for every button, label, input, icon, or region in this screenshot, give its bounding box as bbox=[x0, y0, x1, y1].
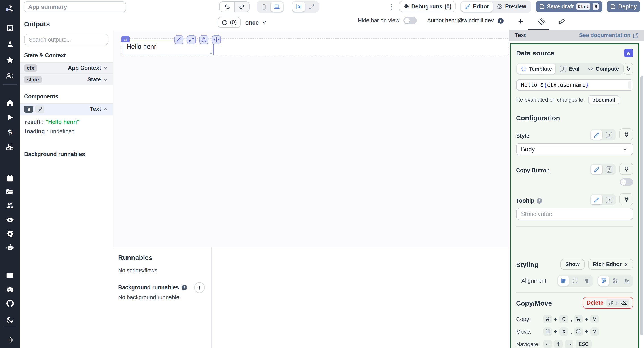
tab-insert-component[interactable] bbox=[516, 16, 526, 26]
sidebar-item-audit[interactable] bbox=[0, 214, 20, 225]
undo-button[interactable] bbox=[220, 2, 234, 12]
component-toolbar bbox=[174, 35, 221, 44]
undo-redo-group bbox=[219, 1, 250, 12]
add-background-runnable-button[interactable] bbox=[194, 282, 205, 293]
save-draft-button[interactable]: Save draft Ctrl S bbox=[536, 1, 602, 12]
sidebar-item-ai[interactable] bbox=[0, 242, 20, 253]
style-select[interactable]: Body bbox=[516, 143, 633, 155]
moon-icon bbox=[6, 316, 14, 324]
copy-button-toggle[interactable] bbox=[620, 178, 633, 186]
search-outputs-input[interactable] bbox=[24, 34, 108, 45]
sidebar-item-folders[interactable] bbox=[0, 186, 20, 197]
align-middle-button[interactable] bbox=[610, 276, 621, 286]
static-input-button[interactable] bbox=[591, 130, 602, 140]
preview-tab[interactable]: Preview bbox=[493, 2, 530, 12]
refresh-app-button[interactable]: (0) bbox=[218, 17, 241, 28]
refresh-count: (0) bbox=[230, 19, 237, 26]
static-input-button[interactable] bbox=[591, 164, 602, 174]
reeval-dependency-chip[interactable]: ctx.email bbox=[588, 95, 620, 104]
template-mode-button[interactable]: {} Template bbox=[517, 64, 556, 74]
sidebar-item-user[interactable] bbox=[0, 38, 20, 49]
editor-tab[interactable]: Editor bbox=[461, 2, 493, 12]
expand-component-button[interactable] bbox=[187, 35, 196, 44]
chevron-down-icon[interactable] bbox=[103, 65, 108, 71]
sidebar-item-resources[interactable] bbox=[0, 142, 20, 152]
delete-component-button[interactable]: Delete ⌘ + ⌫ bbox=[582, 297, 633, 309]
edit-component-button[interactable] bbox=[174, 35, 183, 44]
output-row-state[interactable]: state State bbox=[20, 74, 113, 86]
windmill-logo[interactable] bbox=[0, 4, 20, 14]
output-row-ctx[interactable]: ctx App Context bbox=[20, 62, 113, 74]
rich-editor-button[interactable]: Rich Editor bbox=[588, 259, 633, 270]
mobile-view-button[interactable] bbox=[258, 2, 270, 12]
boxes-icon bbox=[6, 143, 14, 151]
connect-data-source-button[interactable] bbox=[624, 62, 633, 75]
sidebar-item-home[interactable] bbox=[0, 98, 20, 108]
sidebar-item-docs[interactable] bbox=[0, 270, 20, 281]
component-canvas-badge: a bbox=[121, 36, 130, 42]
show-styling-button[interactable]: Show bbox=[560, 259, 584, 270]
sidebar-item-favorites[interactable] bbox=[0, 54, 20, 65]
sidebar-item-variables[interactable]: $ bbox=[0, 127, 20, 138]
desktop-view-button[interactable] bbox=[270, 2, 283, 12]
more-menu-button[interactable]: ⋮ bbox=[388, 2, 394, 10]
tab-component-settings[interactable] bbox=[536, 16, 546, 26]
eval-input-button[interactable]: ƒ bbox=[603, 164, 615, 174]
tooltip-static-value-input[interactable] bbox=[516, 208, 633, 220]
connect-copy-button[interactable] bbox=[620, 163, 633, 175]
sidebar-item-dark-mode[interactable] bbox=[0, 315, 20, 326]
editor-label: Editor bbox=[473, 3, 489, 10]
chevron-up-icon[interactable] bbox=[103, 106, 108, 112]
recompute-mode-dropdown[interactable]: once bbox=[245, 19, 268, 26]
static-input-button[interactable] bbox=[591, 195, 602, 204]
see-documentation-link[interactable]: See documentation bbox=[579, 32, 639, 38]
sidebar-item-github[interactable] bbox=[0, 298, 20, 309]
sidebar-item-runs[interactable] bbox=[0, 112, 20, 122]
sidebar-expand-button[interactable] bbox=[0, 334, 20, 345]
template-code-input[interactable]: Hello ${ctx.username} bbox=[516, 79, 633, 91]
align-bottom-button[interactable] bbox=[622, 276, 632, 286]
chevron-down-icon[interactable] bbox=[103, 77, 108, 82]
align-right-button[interactable] bbox=[582, 276, 592, 286]
align-top-button[interactable] bbox=[598, 276, 609, 286]
result-value: "Hello henri" bbox=[46, 119, 80, 125]
code-brackets-icon: <> bbox=[588, 66, 594, 72]
move-component-button[interactable] bbox=[212, 35, 221, 44]
align-center-button[interactable] bbox=[570, 276, 580, 286]
eval-input-button[interactable]: ƒ bbox=[603, 195, 615, 204]
center-canvas-button[interactable] bbox=[292, 2, 305, 12]
compute-mode-button[interactable]: <> Compute bbox=[584, 64, 622, 74]
resize-handle[interactable] bbox=[210, 51, 212, 54]
result-row[interactable]: result:"Hello henri" bbox=[25, 118, 112, 127]
pencil-icon bbox=[38, 107, 42, 112]
sidebar-item-groups[interactable] bbox=[0, 71, 20, 82]
debug-runs-button[interactable]: Debug runs (0) bbox=[399, 1, 456, 12]
app-summary-input[interactable] bbox=[24, 1, 126, 12]
text-component-a[interactable]: a Hello henri bbox=[122, 40, 214, 55]
settings-scrollbar-thumb[interactable] bbox=[640, 76, 643, 336]
align-left-button[interactable] bbox=[558, 276, 569, 286]
loading-row[interactable]: loading:undefined bbox=[25, 127, 112, 136]
components-title: Components bbox=[24, 94, 108, 100]
connect-tooltip-button[interactable] bbox=[620, 193, 633, 205]
delete-kbd: ⌘ + ⌫ bbox=[606, 298, 629, 307]
outputs-panel: Outputs State & Context ctx App Context … bbox=[20, 14, 113, 348]
deploy-button[interactable]: Deploy bbox=[607, 1, 640, 12]
component-row-a[interactable]: a Text bbox=[20, 103, 113, 115]
tab-global-styling[interactable] bbox=[557, 16, 567, 26]
connect-style-button[interactable] bbox=[620, 128, 633, 140]
user-group-icon bbox=[6, 72, 14, 80]
eval-mode-button[interactable]: ƒ Eval bbox=[556, 64, 583, 74]
sidebar-item-workers[interactable] bbox=[0, 200, 20, 211]
rename-component-button[interactable] bbox=[36, 105, 44, 113]
sidebar-item-workspace[interactable] bbox=[0, 22, 20, 33]
redo-button[interactable] bbox=[234, 2, 249, 12]
sidebar-item-discord[interactable] bbox=[0, 284, 20, 295]
eval-input-button[interactable]: ƒ bbox=[603, 130, 615, 140]
sidebar-item-schedules[interactable] bbox=[0, 173, 20, 184]
hide-bar-toggle[interactable] bbox=[404, 17, 417, 24]
full-width-canvas-button[interactable] bbox=[306, 2, 318, 12]
sidebar-item-settings[interactable] bbox=[0, 228, 20, 239]
anchor-component-button[interactable] bbox=[200, 35, 208, 44]
component-type-title: Text bbox=[515, 32, 526, 38]
